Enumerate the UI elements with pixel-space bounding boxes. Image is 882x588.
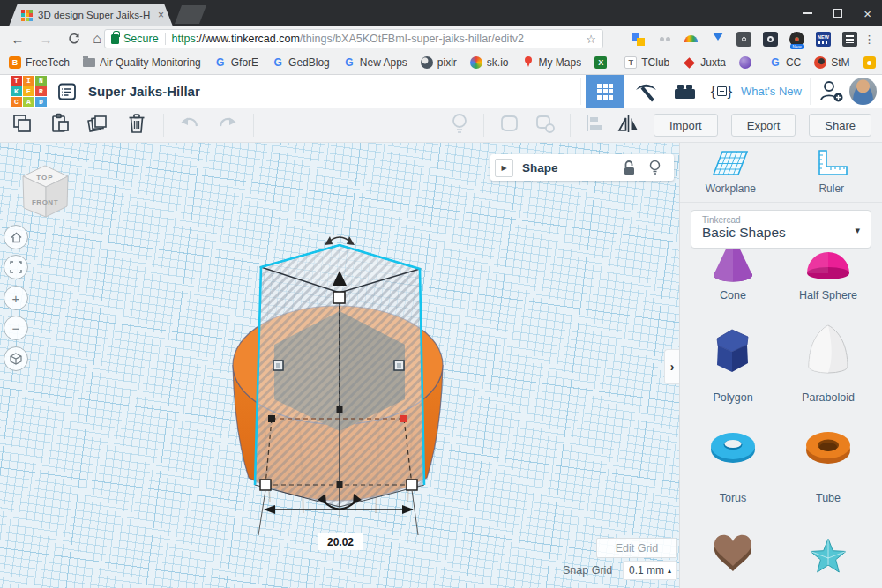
corner-handle-right[interactable] — [407, 480, 417, 490]
perspective-toggle-button[interactable] — [4, 346, 28, 371]
bookmark-excel[interactable]: X — [594, 56, 611, 69]
codeblocks-icon[interactable]: {} — [704, 75, 739, 108]
lego-brick-icon[interactable] — [667, 75, 702, 108]
bookmark-juxta[interactable]: Juxta — [683, 56, 726, 69]
bookmark-cc[interactable]: GCC — [769, 56, 801, 69]
shape-cone[interactable] — [687, 249, 779, 286]
shape-paraboloid[interactable] — [782, 319, 874, 376]
bookmark-yellow[interactable] — [863, 56, 880, 69]
minecraft-pickaxe-icon[interactable] — [628, 75, 663, 108]
bookmark-skio[interactable]: sk.io — [470, 56, 509, 69]
tinkercad-logo[interactable]: TIN KER CAD — [11, 76, 47, 107]
bookmark-freetech[interactable]: BFreeTech — [9, 56, 70, 69]
share-button[interactable]: Share — [809, 114, 871, 137]
dashboard-grid-button[interactable] — [586, 75, 624, 108]
lock-icon[interactable] — [623, 160, 636, 175]
shape-star[interactable] — [782, 522, 874, 578]
url-domain: ://www.tinkercad.com — [196, 33, 300, 45]
shape-tube[interactable] — [782, 421, 874, 476]
filmstrip-extension-icon[interactable] — [842, 32, 857, 47]
bookmark-star-icon[interactable]: ☆ — [586, 33, 596, 46]
bookmark-my-maps[interactable]: My Maps — [522, 56, 582, 69]
snap-grid-select[interactable]: 0.1 mm ▴ — [623, 561, 677, 580]
shape-heart[interactable] — [687, 522, 779, 578]
visibility-bulb-icon[interactable] — [648, 160, 662, 175]
shape-polygon[interactable] — [687, 319, 779, 376]
bookmark-new-apps[interactable]: GNew Apps — [343, 56, 407, 69]
bookmark-orb[interactable] — [739, 56, 756, 69]
front-corner-handle[interactable] — [337, 481, 343, 488]
duplicate-icon[interactable] — [86, 112, 110, 138]
shape-half-sphere[interactable] — [782, 249, 874, 286]
view-cube[interactable]: TOP FRONT — [18, 157, 74, 226]
design-properties-icon[interactable] — [56, 81, 78, 106]
collapse-sidebar-handle[interactable]: › — [664, 349, 679, 384]
camera-extension-icon[interactable] — [763, 32, 778, 47]
shape-inspector-panel[interactable]: ▶ Shape — [490, 154, 674, 181]
back-icon[interactable]: ← — [7, 26, 28, 51]
gauge-extension-icon[interactable]: New — [789, 32, 804, 47]
edit-grid-button[interactable]: Edit Grid — [596, 538, 677, 558]
refresh-icon[interactable] — [64, 26, 85, 51]
3d-model[interactable]: 20.02 — [0, 143, 679, 588]
redo-icon[interactable] — [216, 114, 238, 137]
home-view-button[interactable] — [4, 225, 28, 249]
address-bar[interactable]: Secure https://www.tinkercad.com/things/… — [104, 29, 603, 48]
main-area: 20.02 TOP FRONT + − ▶ Shape — [0, 143, 882, 588]
import-button[interactable]: Import — [654, 114, 718, 137]
user-avatar[interactable] — [849, 78, 877, 105]
browser-tab[interactable]: 3D design Super Jaiks-H × — [9, 4, 173, 26]
workplane-tool[interactable]: Workplane — [680, 143, 781, 202]
mid-edge-handle-left[interactable] — [268, 415, 275, 422]
bookmark-gfore[interactable]: GGforE — [214, 56, 258, 69]
dimension-value[interactable]: 20.02 — [327, 536, 354, 548]
tab-close-icon[interactable]: × — [158, 10, 164, 20]
top-scale-handle[interactable] — [333, 292, 345, 303]
bookmark-stm[interactable]: StM — [814, 56, 849, 69]
bookmark-gedblog[interactable]: GGedBlog — [272, 56, 330, 69]
view-cube-top-label[interactable]: TOP — [36, 174, 53, 182]
window-restore-icon[interactable] — [833, 9, 842, 18]
align-icon[interactable] — [584, 113, 603, 138]
new-tab-button[interactable] — [175, 5, 206, 24]
polygon-icon — [706, 319, 760, 376]
ungroup-icon[interactable] — [534, 112, 557, 138]
bookmark-pixlr[interactable]: pixlr — [421, 56, 457, 69]
zoom-out-button[interactable]: − — [4, 316, 28, 340]
mirror-icon[interactable] — [617, 112, 640, 138]
shape-category-select[interactable]: Tinkercad Basic Shapes ▾ — [691, 210, 871, 249]
rotate-handle-top[interactable] — [325, 236, 355, 245]
window-minimize-icon[interactable] — [803, 12, 812, 14]
mid-edge-handle-right-active[interactable] — [400, 415, 407, 422]
fit-view-button[interactable] — [4, 255, 28, 279]
pointer-extension-icon[interactable] — [710, 32, 725, 47]
delete-icon[interactable] — [125, 112, 148, 138]
ruler-tool[interactable]: Ruler — [781, 143, 882, 202]
add-user-icon[interactable] — [816, 75, 846, 108]
bookmark-air-quality[interactable]: Air Quality Monitoring — [83, 56, 201, 69]
pin-extension-icon[interactable] — [736, 32, 751, 47]
group-icon[interactable] — [497, 112, 520, 138]
collections-extension-icon[interactable] — [631, 32, 646, 47]
browser-menu-icon[interactable]: ⋮ — [863, 26, 875, 51]
copy-icon[interactable] — [11, 112, 34, 138]
window-close-icon[interactable]: × — [863, 7, 871, 20]
corner-handle-left[interactable] — [260, 480, 271, 490]
shape-label: Paraboloid — [782, 391, 874, 404]
light-icon[interactable] — [449, 112, 470, 138]
rainbow-extension-icon[interactable] — [684, 32, 699, 47]
3d-viewport[interactable]: 20.02 TOP FRONT + − ▶ Shape — [0, 143, 679, 588]
disabled-extension-icon[interactable] — [657, 32, 672, 47]
new-film-extension-icon[interactable]: NEW — [816, 32, 831, 47]
expand-panel-icon[interactable]: ▶ — [495, 159, 513, 177]
whats-new-link[interactable]: What's New — [741, 75, 802, 108]
design-title[interactable]: Super Jaiks-Hillar — [88, 75, 200, 108]
forward-icon[interactable]: → — [35, 26, 56, 51]
export-button[interactable]: Export — [731, 114, 796, 137]
paste-icon[interactable] — [49, 112, 71, 138]
shape-torus[interactable] — [687, 421, 779, 476]
view-cube-front-label[interactable]: FRONT — [32, 198, 58, 206]
undo-icon[interactable] — [179, 114, 201, 137]
bookmark-tclub[interactable]: TTClub — [624, 56, 669, 69]
zoom-in-button[interactable]: + — [4, 286, 28, 310]
